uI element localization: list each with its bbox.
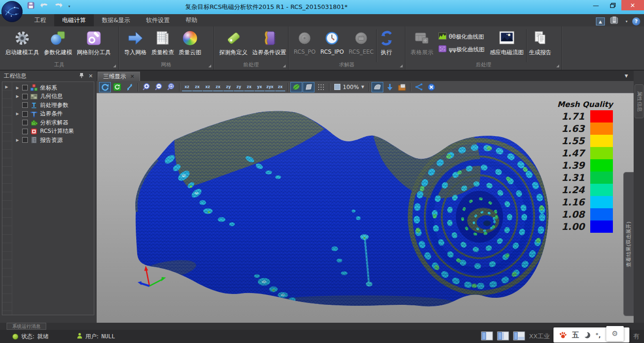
view-axis-button[interactable]: yx xyxy=(255,82,264,91)
ime-mode-label[interactable]: 五 xyxy=(572,331,579,340)
pin-icon[interactable] xyxy=(79,73,84,80)
execute-button[interactable]: 执行 xyxy=(377,28,396,57)
download-arrow-button[interactable] xyxy=(384,82,396,92)
close-panel-icon[interactable]: ✕ xyxy=(89,73,93,79)
group-launcher-icon[interactable] xyxy=(113,65,116,67)
theta-polar-curve-button[interactable]: θθ极化曲线图 xyxy=(438,33,485,41)
property-info-tab[interactable]: 属性信息 xyxy=(635,84,644,118)
quality-check-button[interactable]: 质量检查 xyxy=(149,28,176,57)
mesh-partition-tool-button[interactable]: 网格剖分工具 xyxy=(74,28,113,57)
share-link-button[interactable] xyxy=(413,82,425,92)
view-axis-button[interactable]: zyx xyxy=(265,82,275,91)
view-axis-button[interactable]: zx xyxy=(213,82,223,91)
tree-checkbox[interactable] xyxy=(22,94,28,99)
expand-icon[interactable]: ▶ xyxy=(15,86,20,90)
group-launcher-icon[interactable] xyxy=(556,65,559,67)
close-tab-icon[interactable]: ✕ xyxy=(130,74,134,80)
restore-button[interactable] xyxy=(604,0,621,10)
tree-checkbox[interactable] xyxy=(22,111,28,117)
minimize-button[interactable]: — xyxy=(587,0,604,10)
flat-shade-button[interactable] xyxy=(303,82,314,92)
import-mesh-button[interactable]: 导入网格 xyxy=(122,28,149,57)
induced-current-map-button[interactable]: 感应电磁流图 xyxy=(487,28,526,57)
pan-zoom-button[interactable] xyxy=(124,82,135,92)
menu-tab-project[interactable]: 工程 xyxy=(26,14,54,26)
parametric-modeling-button[interactable]: 参数化建模 xyxy=(41,28,74,57)
generate-report-button[interactable]: 生成报告 xyxy=(527,28,554,57)
view-results-tab[interactable]: 查看结果(双击展开) xyxy=(623,172,634,316)
shaded-render-button[interactable] xyxy=(290,82,302,92)
view-axis-button[interactable]: zx xyxy=(275,82,285,91)
undo-icon[interactable] xyxy=(40,2,49,10)
ime-gear-icon[interactable]: ⚙ xyxy=(606,326,624,341)
solver-rcs-eec-button[interactable]: RCS_EEC xyxy=(346,28,376,55)
tab-3d-display[interactable]: 三维显示 ✕ xyxy=(98,72,140,81)
close-view-button[interactable] xyxy=(425,82,437,92)
layout-split-panel-icon[interactable] xyxy=(497,331,509,342)
close-button[interactable]: ✕ xyxy=(621,0,644,10)
view-axis-button[interactable]: zy xyxy=(223,82,233,91)
capture-image-button[interactable] xyxy=(396,82,408,92)
psi-polar-curve-button[interactable]: ψψ极化曲线图 xyxy=(438,45,485,54)
solver-rcs-ipo-button[interactable]: RCS_IPO xyxy=(318,28,346,55)
launch-modeling-tool-button[interactable]: 启动建模工具 xyxy=(3,28,41,57)
zoom-out-button[interactable] xyxy=(153,82,165,92)
menu-tab-em-compute[interactable]: 电磁计算 xyxy=(54,14,94,26)
qat-more-icon[interactable]: ▾ xyxy=(68,4,70,8)
menu-tab-settings[interactable]: 软件设置 xyxy=(138,14,178,26)
tree-checkbox[interactable] xyxy=(22,85,28,90)
tree-item-report-resources[interactable]: ▶ 报告资源 xyxy=(12,136,94,145)
table-display-button[interactable]: 表格展示 xyxy=(408,28,436,57)
redo-icon[interactable] xyxy=(54,2,63,10)
refresh-view-button[interactable] xyxy=(111,82,123,92)
save-icon[interactable] xyxy=(27,2,34,10)
view-axis-button[interactable]: zx xyxy=(244,82,254,91)
tree-checkbox[interactable] xyxy=(22,137,28,143)
wireframe-points-button[interactable] xyxy=(315,82,327,92)
tree-checkbox[interactable] xyxy=(22,120,28,125)
tree-item-solver[interactable]: 分析求解器 xyxy=(12,118,94,127)
viewport-3d[interactable]: Mesh Quality 1.71 1.63 1.55 1.47 1.39 1.… xyxy=(97,93,634,323)
menu-tab-data-display[interactable]: 数据&显示 xyxy=(94,14,138,26)
expand-icon[interactable]: ▶ xyxy=(15,112,20,116)
surface-mode-button[interactable] xyxy=(372,82,383,92)
view-axis-button[interactable]: zx xyxy=(192,82,202,91)
expand-icon[interactable]: ▶ xyxy=(15,138,20,142)
group-launcher-icon[interactable] xyxy=(400,65,403,67)
detect-angle-button[interactable]: 探测角定义 xyxy=(217,28,250,57)
solver-rcs-po-button[interactable]: RCS_PO xyxy=(291,28,318,55)
zoom-fit-button[interactable] xyxy=(165,82,177,92)
tree-item-preprocess-params[interactable]: T 前处理参数 xyxy=(12,101,94,110)
view-axis-button[interactable]: xz xyxy=(182,82,192,91)
view-axis-button[interactable]: xz xyxy=(203,82,213,91)
punctuation-toggle[interactable]: °, xyxy=(595,332,601,339)
view-axis-button[interactable]: zy xyxy=(234,82,244,91)
moon-icon[interactable] xyxy=(584,332,590,338)
app-logo-icon[interactable] xyxy=(1,1,23,22)
quality-cloud-button[interactable]: 质量云图 xyxy=(176,28,204,57)
tree-checkbox[interactable] xyxy=(22,129,28,134)
rotate-view-button[interactable] xyxy=(99,82,111,92)
baidu-paw-icon[interactable] xyxy=(559,332,567,339)
ime-toolbar[interactable]: 五 °, ⚙ xyxy=(553,327,629,343)
menu-tab-help[interactable]: 帮助 xyxy=(178,14,206,26)
boundary-settings-button[interactable]: 边界条件设置 xyxy=(250,28,289,57)
layout-left-panel-icon[interactable] xyxy=(481,331,493,342)
tree-item-coordinate-system[interactable]: ▶ 坐标系 xyxy=(12,83,94,92)
group-launcher-icon[interactable] xyxy=(208,65,211,67)
zoom-in-button[interactable] xyxy=(140,82,152,92)
system-message-tab[interactable]: 系统运行消息 xyxy=(7,323,46,330)
tree-item-rcs-results[interactable]: RCS计算结果 xyxy=(12,127,94,136)
tree-item-boundary-condition[interactable]: ▶ 边界条件 xyxy=(12,110,94,119)
layout-bottom-panel-icon[interactable] xyxy=(513,331,525,342)
collapse-ribbon-icon[interactable]: ▲ xyxy=(596,17,605,25)
tree-item-geometry-info[interactable]: ▶ 几何信息 xyxy=(12,92,94,101)
device-icon[interactable] xyxy=(610,16,621,27)
tree-checkbox[interactable] xyxy=(22,102,28,108)
group-launcher-icon[interactable] xyxy=(283,65,286,67)
expand-icon[interactable]: ▶ xyxy=(15,94,20,98)
root-expand-icon[interactable]: ▶ xyxy=(5,85,8,89)
device-caret-icon[interactable]: ▾ xyxy=(626,19,627,24)
help-icon[interactable]: ? xyxy=(632,17,640,25)
zoom-level-select[interactable]: 100% ▼ xyxy=(332,84,366,90)
